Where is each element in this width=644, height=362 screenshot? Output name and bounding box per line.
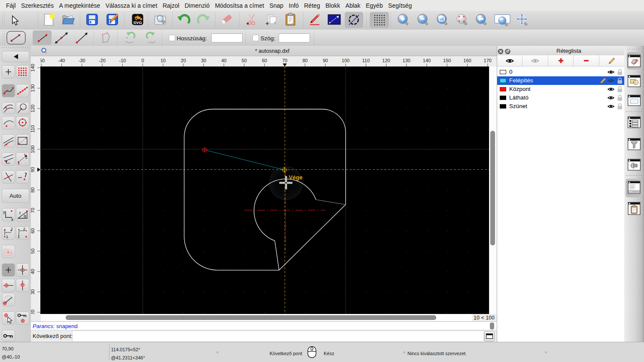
svg-text:80: 80 [31, 187, 35, 193]
svg-text:90: 90 [323, 58, 328, 63]
svg-text:40: 40 [221, 58, 226, 63]
svg-text:r: r [19, 211, 21, 215]
svg-text:90: 90 [31, 167, 35, 172]
svg-text:-40: -40 [58, 58, 65, 63]
svg-text:70: 70 [31, 208, 35, 213]
svg-text:20: 20 [181, 58, 186, 63]
svg-text:2: 2 [11, 227, 13, 231]
svg-text:20: 20 [31, 310, 35, 314]
svg-text:140: 140 [423, 58, 431, 63]
svg-text:120: 120 [382, 58, 390, 63]
svg-text:1: 1 [6, 235, 8, 239]
svg-text:2: 2 [23, 227, 25, 231]
svg-text:70: 70 [282, 58, 287, 63]
svg-text:-10: -10 [119, 58, 126, 63]
svg-text:0: 0 [141, 58, 144, 63]
svg-text:120: 120 [31, 105, 35, 112]
svg-text:30: 30 [31, 289, 35, 294]
svg-text:100: 100 [342, 58, 349, 63]
svg-text:170: 170 [484, 58, 492, 63]
svg-text:2: 2 [25, 155, 27, 160]
svg-text:50: 50 [31, 248, 35, 253]
svg-text:30: 30 [201, 58, 206, 63]
svg-text:1: 1 [18, 235, 20, 239]
svg-text:50: 50 [242, 58, 247, 63]
svg-text:-30: -30 [79, 58, 85, 63]
svg-text:10: 10 [161, 58, 166, 63]
svg-text:SVG: SVG [133, 20, 142, 25]
svg-text:130: 130 [31, 84, 35, 92]
svg-text:140: 140 [31, 64, 35, 72]
svg-text:110: 110 [362, 58, 370, 63]
svg-text:130: 130 [403, 58, 410, 63]
svg-text:60: 60 [262, 58, 267, 63]
svg-text:60: 60 [31, 228, 35, 233]
svg-text:-20: -20 [99, 58, 106, 63]
svg-text:1: 1 [18, 161, 20, 165]
svg-text:x: x [11, 217, 13, 221]
svg-text:Vége: Vége [289, 174, 303, 181]
svg-text:100: 100 [31, 145, 35, 153]
svg-text:110: 110 [31, 125, 35, 133]
svg-text:150: 150 [443, 58, 451, 63]
svg-text:a: a [24, 214, 26, 218]
svg-text:C command: C command [630, 191, 638, 193]
svg-text:y: y [3, 210, 5, 214]
svg-text:160: 160 [463, 58, 471, 63]
svg-text:80: 80 [302, 58, 307, 63]
svg-text:40: 40 [31, 269, 35, 274]
